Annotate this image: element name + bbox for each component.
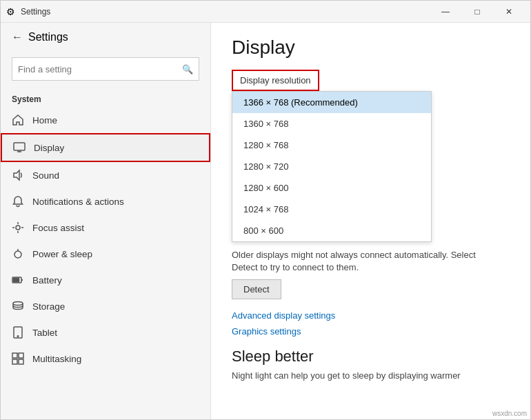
sidebar-item-home-label: Home — [32, 115, 57, 126]
resolution-option-5[interactable]: 1024 × 768 — [232, 199, 431, 220]
sidebar: ← Settings 🔍 System Home — [1, 23, 211, 419]
back-label: Settings — [28, 31, 68, 43]
resolution-dropdown[interactable]: 1366 × 768 (Recommended) 1360 × 768 1280… — [232, 91, 432, 242]
detect-note: Older displays might not always connect … — [232, 249, 494, 274]
back-button[interactable]: ← Settings — [1, 23, 210, 52]
resolution-option-2[interactable]: 1280 × 768 — [232, 134, 431, 156]
svg-point-12 — [17, 336, 19, 337]
back-arrow-icon: ← — [12, 31, 23, 43]
search-icon: 🔍 — [182, 64, 193, 74]
sidebar-item-multitasking[interactable]: Multitasking — [1, 346, 210, 372]
sidebar-item-storage-label: Storage — [32, 301, 65, 312]
resolution-option-1[interactable]: 1360 × 768 — [232, 113, 431, 134]
settings-icon: ⚙ — [6, 6, 15, 17]
focus-icon — [12, 221, 24, 234]
display-icon — [13, 141, 26, 154]
notifications-icon — [12, 195, 24, 208]
multitasking-icon — [12, 352, 24, 365]
svg-rect-16 — [19, 359, 23, 364]
title-bar-left: ⚙ Settings — [6, 6, 50, 17]
sidebar-item-storage[interactable]: Storage — [1, 293, 210, 319]
page-title: Display — [232, 37, 510, 59]
resolution-option-4[interactable]: 1280 × 600 — [232, 177, 431, 199]
svg-rect-0 — [14, 143, 25, 150]
maximize-button[interactable]: □ — [461, 1, 493, 23]
graphics-settings-link[interactable]: Graphics settings — [232, 326, 510, 337]
resolution-section: Display resolution — [232, 70, 319, 91]
sidebar-item-sound[interactable]: Sound — [1, 162, 210, 188]
svg-rect-13 — [12, 353, 17, 358]
sleep-description: Night light can help you get to sleep by… — [232, 370, 494, 382]
search-input[interactable] — [18, 64, 182, 74]
svg-rect-15 — [12, 359, 17, 364]
sleep-title: Sleep better — [232, 348, 510, 366]
search-box[interactable]: 🔍 — [12, 57, 199, 81]
system-section-label: System — [1, 89, 210, 107]
svg-point-10 — [13, 302, 23, 306]
minimize-button[interactable]: — — [430, 1, 461, 23]
sidebar-item-sound-label: Sound — [32, 170, 59, 181]
tablet-icon — [12, 326, 24, 339]
advanced-display-link[interactable]: Advanced display settings — [232, 310, 510, 321]
sidebar-item-tablet[interactable]: Tablet — [1, 319, 210, 346]
sidebar-item-battery[interactable]: Battery — [1, 267, 210, 293]
sidebar-item-home[interactable]: Home — [1, 107, 210, 133]
svg-rect-14 — [19, 353, 23, 358]
svg-point-4 — [16, 226, 20, 230]
main-content: Display Display resolution 1366 × 768 (R… — [211, 23, 530, 419]
home-icon — [12, 114, 24, 126]
watermark: wsxdn.com — [492, 410, 527, 417]
sidebar-item-notifications-label: Notifications & actions — [32, 197, 124, 207]
window-controls: — □ ✕ — [430, 1, 525, 23]
svg-point-5 — [14, 251, 21, 258]
resolution-option-0[interactable]: 1366 × 768 (Recommended) — [232, 92, 431, 113]
resolution-option-6[interactable]: 800 × 600 — [232, 220, 431, 241]
detect-button[interactable]: Detect — [232, 279, 281, 299]
sidebar-item-notifications[interactable]: Notifications & actions — [1, 188, 210, 214]
battery-icon — [12, 274, 24, 286]
sidebar-item-display-label: Display — [34, 143, 64, 153]
window-title: Settings — [21, 7, 50, 17]
sidebar-item-focus-label: Focus assist — [32, 223, 84, 233]
sidebar-item-tablet-label: Tablet — [32, 328, 57, 338]
sidebar-item-power[interactable]: Power & sleep — [1, 241, 210, 267]
sidebar-item-focus[interactable]: Focus assist — [1, 214, 210, 241]
svg-marker-3 — [14, 170, 19, 180]
resolution-label: Display resolution — [234, 72, 317, 88]
sidebar-item-multitasking-label: Multitasking — [32, 354, 81, 364]
resolution-option-3[interactable]: 1280 × 720 — [232, 156, 431, 177]
storage-icon — [12, 300, 24, 312]
sidebar-item-display[interactable]: Display — [1, 133, 210, 162]
svg-rect-9 — [14, 279, 19, 282]
sound-icon — [12, 169, 24, 181]
close-button[interactable]: ✕ — [493, 1, 525, 23]
power-icon — [12, 248, 24, 260]
sidebar-item-battery-label: Battery — [32, 275, 62, 286]
content-area: ← Settings 🔍 System Home — [1, 23, 530, 419]
sidebar-item-power-label: Power & sleep — [32, 249, 92, 259]
title-bar: ⚙ Settings — □ ✕ — [1, 1, 530, 23]
